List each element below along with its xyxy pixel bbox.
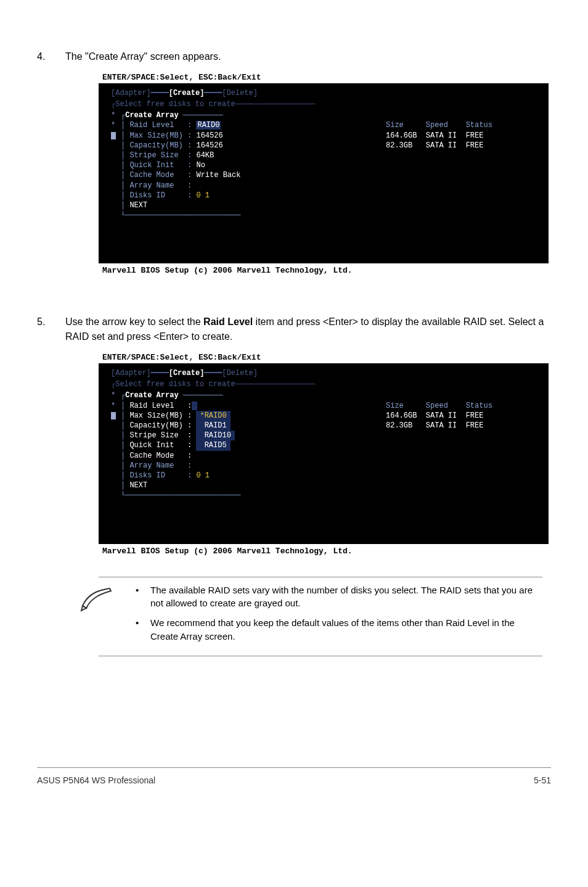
field-array-name[interactable]: Array Name : (129, 461, 192, 470)
value-raid-level: RAID0 (196, 121, 221, 130)
disk-marker-star: * (111, 401, 120, 411)
field-quick-init[interactable]: Quick Init : (129, 161, 192, 170)
value-cache-mode: Write Back (196, 171, 240, 179)
tab-adapter[interactable]: [Adapter] (111, 369, 151, 377)
value-disks-id: 0 1 (196, 191, 210, 200)
table-header: Size Speed Status (386, 121, 492, 130)
table-row: 82.3GB SATA II FREE (386, 421, 483, 430)
footer-left: ASUS P5N64 WS Professional (37, 775, 155, 785)
raid-option-raid1[interactable]: RAID1 (196, 421, 230, 431)
bullet-icon: • (136, 584, 150, 611)
tab-create[interactable]: [Create] (169, 369, 205, 377)
disk-table: Size Speed Status 164.6GB SATA II FREE 8… (386, 390, 492, 440)
disk-marker-star: * (111, 390, 120, 400)
bios-footer: Marvell BIOS Setup (c) 2006 Marvell Tech… (99, 263, 549, 278)
bios-screenshot-2: ENTER/SPACE:Select, ESC:Back/Exit [Adapt… (99, 352, 549, 558)
value-max-size: 164526 (196, 131, 223, 140)
bullet-icon: • (136, 616, 150, 643)
footer-right: 5-51 (534, 775, 551, 785)
panel-title-create-array: Create Array (125, 111, 178, 120)
field-capacity[interactable]: Capacity(MB) : (129, 141, 192, 150)
value-quick-init: No (196, 161, 205, 170)
value-disks-id: 0 1 (196, 471, 210, 480)
pencil-icon (80, 586, 113, 612)
field-stripe-size[interactable]: Stripe Size : (129, 151, 192, 160)
disk-marker-star: * (111, 110, 120, 120)
step-text: The "Create Array" screen appears. (65, 49, 221, 64)
tab-delete[interactable]: [Delete] (222, 369, 258, 377)
panel-select-free-disks: ┌Select free disks to create────────────… (111, 99, 542, 109)
panel-title-create-array: Create Array (125, 391, 178, 400)
field-max-size[interactable]: Max Size(MB) : (129, 131, 192, 140)
step-4: 4. The "Create Array" screen appears. (37, 49, 551, 64)
value-stripe-size: 64KB (196, 151, 214, 160)
disk-marker-bar (111, 412, 116, 419)
disk-marker-bar (111, 132, 116, 139)
field-array-name[interactable]: Array Name : (129, 181, 192, 190)
table-row: 82.3GB SATA II FREE (386, 141, 483, 150)
field-stripe-size[interactable]: Stripe Size : (129, 431, 192, 440)
step-text: Use the arrow key to select the Raid Lev… (65, 315, 551, 344)
bios-footer: Marvell BIOS Setup (c) 2006 Marvell Tech… (99, 544, 549, 558)
next-button[interactable]: NEXT (129, 481, 147, 490)
bios-hint: ENTER/SPACE:Select, ESC:Back/Exit (99, 352, 549, 363)
tab-adapter[interactable]: [Adapter] (111, 89, 151, 97)
field-max-size[interactable]: Max Size(MB) : (129, 411, 192, 420)
step-number: 5. (37, 316, 65, 328)
raid-option-raid10[interactable]: RAID10 (196, 431, 234, 440)
note-text: We recommend that you keep the default v… (150, 616, 542, 643)
value-capacity: 164526 (196, 141, 223, 150)
create-array-panel: ┌Create Array ───────── │ Raid Level : R… (120, 110, 374, 220)
field-quick-init[interactable]: Quick Init : (129, 441, 192, 450)
next-button[interactable]: NEXT (129, 201, 147, 210)
disk-markers: * * (111, 390, 120, 423)
field-raid-level[interactable]: Raid Level : (129, 121, 192, 130)
note-item: • The available RAID sets vary with the … (136, 584, 542, 611)
bios-tabs: [Adapter]━━━━[Create]━━━━[Delete] (111, 368, 542, 378)
create-array-panel: ┌Create Array ───────── │ Raid Level : │… (120, 390, 374, 500)
table-header: Size Speed Status (386, 402, 492, 410)
field-disks-id[interactable]: Disks ID : (129, 471, 192, 480)
note-text: The available RAID sets vary with the nu… (150, 584, 542, 611)
panel-select-free-disks: ┌Select free disks to create────────────… (111, 379, 542, 389)
tab-create[interactable]: [Create] (169, 89, 205, 97)
step-number: 4. (37, 51, 65, 62)
tab-delete[interactable]: [Delete] (222, 89, 258, 97)
page-footer: ASUS P5N64 WS Professional 5-51 (0, 772, 588, 804)
bios-screenshot-1: ENTER/SPACE:Select, ESC:Back/Exit [Adapt… (99, 72, 549, 278)
raid-option-raid5[interactable]: RAID5 (196, 440, 230, 450)
raid-option-raid0[interactable]: *RAID0 (196, 411, 230, 421)
note-block: • The available RAID sets vary with the … (99, 577, 542, 656)
disk-markers: * * (111, 110, 120, 142)
disk-table: Size Speed Status 164.6GB SATA II FREE 8… (386, 110, 492, 160)
disk-marker-star: * (111, 120, 120, 130)
field-cache-mode[interactable]: Cache Mode : (129, 452, 192, 460)
field-capacity[interactable]: Capacity(MB) : (129, 421, 192, 430)
step-5: 5. Use the arrow key to select the Raid … (37, 315, 551, 344)
field-raid-level[interactable]: Raid Level : (129, 402, 192, 410)
note-item: • We recommend that you keep the default… (136, 616, 542, 643)
table-row: 164.6GB SATA II FREE (386, 411, 483, 420)
field-cache-mode[interactable]: Cache Mode : (129, 171, 192, 179)
field-disks-id[interactable]: Disks ID : (129, 191, 192, 200)
bios-tabs: [Adapter]━━━━[Create]━━━━[Delete] (111, 88, 542, 98)
table-row: 164.6GB SATA II FREE (386, 131, 483, 140)
bios-hint: ENTER/SPACE:Select, ESC:Back/Exit (99, 72, 549, 83)
